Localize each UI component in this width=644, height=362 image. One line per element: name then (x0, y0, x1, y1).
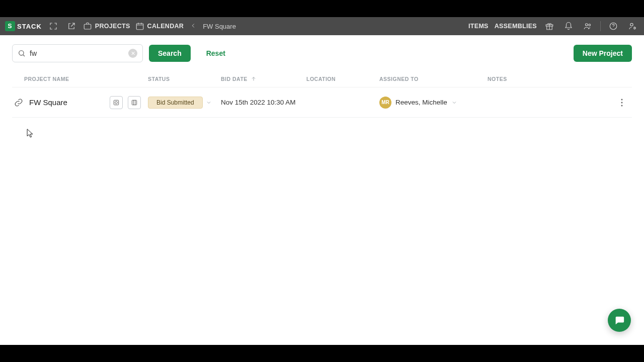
projects-table: PROJECT NAME STATUS BID DATE LOCATION AS… (0, 66, 644, 118)
brand-logo-badge: S (5, 21, 15, 31)
svg-rect-11 (132, 100, 136, 105)
cell-name: FW Square (12, 96, 148, 109)
nav-calendar-label: CALENDAR (147, 23, 184, 30)
nav-items-label: ITEMS (468, 23, 489, 30)
search-input[interactable] (30, 49, 128, 57)
calendar-icon (135, 22, 144, 31)
account-settings-icon[interactable] (626, 20, 639, 33)
project-name[interactable]: FW Square (29, 98, 67, 107)
search-field[interactable]: ✕ (12, 44, 143, 62)
estimate-icon-button[interactable] (128, 96, 141, 109)
svg-point-8 (19, 51, 24, 55)
svg-point-6 (630, 23, 633, 26)
takeoff-icon-button[interactable] (110, 96, 123, 109)
briefcase-icon (83, 22, 92, 31)
avatar: MR (379, 97, 391, 109)
cell-status[interactable]: Bid Submitted (148, 97, 221, 109)
col-header-notes[interactable]: NOTES (488, 76, 632, 82)
search-button[interactable]: Search (149, 45, 191, 62)
svg-point-14 (621, 105, 623, 106)
chat-icon (614, 315, 625, 326)
row-more-button[interactable] (616, 97, 628, 109)
nav-assemblies[interactable]: ASSEMBLIES (495, 23, 537, 30)
brand-logo[interactable]: S STACK (5, 21, 42, 31)
svg-rect-1 (136, 24, 143, 30)
chevron-down-icon (451, 100, 457, 106)
svg-point-3 (586, 24, 588, 26)
nav-right: ITEMS ASSEMBLIES (468, 20, 639, 33)
svg-point-13 (621, 102, 623, 103)
brand-logo-text: STACK (17, 23, 42, 30)
assignee-name: Reeves, Michelle (395, 99, 447, 106)
chevron-down-icon (206, 100, 212, 106)
svg-point-10 (115, 101, 118, 104)
col-header-location[interactable]: LOCATION (306, 76, 379, 82)
breadcrumb-current[interactable]: FW Square (203, 23, 236, 30)
gift-icon[interactable] (543, 20, 556, 33)
svg-point-4 (589, 24, 591, 26)
toolbar: ✕ Search Reset New Project (0, 35, 644, 66)
nav-items[interactable]: ITEMS (468, 23, 489, 30)
external-link-icon[interactable] (65, 20, 78, 33)
nav-calendar[interactable]: CALENDAR (135, 22, 184, 31)
svg-rect-0 (84, 24, 91, 29)
col-header-status[interactable]: STATUS (148, 76, 221, 82)
nav-projects-label: PROJECTS (95, 23, 130, 30)
nav-assemblies-label: ASSEMBLIES (495, 23, 537, 30)
clear-search-icon[interactable]: ✕ (128, 49, 137, 58)
cell-notes (488, 97, 632, 109)
help-icon[interactable] (607, 20, 620, 33)
sort-asc-icon (251, 76, 257, 82)
col-header-bid-label: BID DATE (221, 76, 248, 82)
navbar: S STACK PROJECTS CALENDAR FW Square ITEM… (0, 17, 644, 35)
cell-bid-date: Nov 15th 2022 10:30 AM (221, 99, 306, 106)
letterbox-top (0, 0, 644, 17)
svg-point-12 (621, 99, 623, 100)
reset-button[interactable]: Reset (197, 45, 235, 62)
app-frame: S STACK PROJECTS CALENDAR FW Square ITEM… (0, 17, 644, 345)
col-header-assigned[interactable]: ASSIGNED TO (379, 76, 488, 82)
table-row[interactable]: FW Square Bid Submitted Nov 15th 2022 10… (12, 87, 632, 118)
new-project-button[interactable]: New Project (574, 45, 632, 62)
col-header-bid[interactable]: BID DATE (221, 76, 306, 82)
search-icon (18, 49, 26, 57)
breadcrumb-back-icon[interactable] (190, 22, 197, 31)
bell-icon[interactable] (562, 20, 575, 33)
fullscreen-icon[interactable] (47, 20, 60, 33)
users-icon[interactable] (581, 20, 594, 33)
status-badge: Bid Submitted (148, 97, 203, 109)
chat-fab[interactable] (608, 309, 631, 332)
svg-rect-9 (114, 100, 118, 105)
link-icon[interactable] (14, 98, 23, 107)
table-header: PROJECT NAME STATUS BID DATE LOCATION AS… (12, 70, 632, 87)
nav-divider (600, 21, 601, 31)
col-header-name[interactable]: PROJECT NAME (12, 76, 148, 82)
letterbox-bottom (0, 345, 644, 362)
cell-assignee[interactable]: MR Reeves, Michelle (379, 97, 488, 109)
nav-projects[interactable]: PROJECTS (83, 22, 130, 31)
